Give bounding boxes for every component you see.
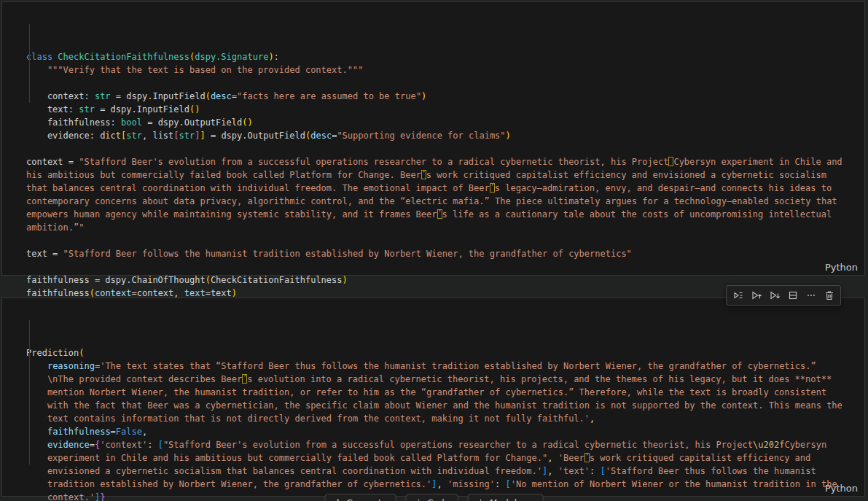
code-line[interactable]	[26, 142, 864, 155]
code-line[interactable]	[26, 234, 864, 247]
code-line[interactable]: \nThe provided context describes Beer’s …	[26, 373, 864, 386]
code-token: dspy.Signature	[195, 52, 268, 62]
execute-below-icon[interactable]	[765, 287, 783, 304]
code-line[interactable]: text = "Stafford Beer follows the humani…	[26, 247, 864, 260]
code-line[interactable]: that balances central coordination with …	[26, 182, 864, 195]
code-line[interactable]: context = "Stafford Beer's evolution fro…	[26, 155, 864, 168]
code-line[interactable]	[26, 260, 864, 273]
code-token: False	[116, 427, 142, 437]
generate-button-label: Generate	[346, 498, 387, 501]
code-token: 'The text states that “Stafford Beer thu…	[100, 361, 816, 371]
code-token: faithfulness:	[26, 117, 121, 128]
code-token: (	[206, 91, 211, 101]
add-markdown-button[interactable]: Markdown	[468, 494, 544, 501]
code-token: that balances central coordination with …	[26, 183, 490, 193]
execute-cell-icon[interactable]	[729, 287, 747, 304]
output-editor[interactable]: Prediction( reasoning='The text states t…	[2, 298, 864, 501]
code-token: :	[274, 52, 279, 62]
ambiguous-quote-highlight-box: ’	[490, 183, 495, 193]
plus-icon	[414, 498, 423, 501]
code-token: CheckCitationFaithfulness	[58, 52, 189, 62]
code-line[interactable]: ambition.”"	[26, 221, 864, 234]
code-token: bool	[121, 117, 142, 128]
code-token: experiment in Chile and his ambitious bu…	[26, 453, 547, 463]
code-token: (	[90, 288, 95, 298]
code-token: """Verify that the text is based on the …	[26, 65, 363, 75]
code-line[interactable]: empowers human agency while maintaining …	[26, 208, 864, 221]
code-line[interactable]	[26, 77, 864, 90]
add-code-button[interactable]: Code	[405, 494, 458, 501]
plus-icon	[477, 498, 485, 501]
generate-button[interactable]: Generate	[324, 494, 396, 501]
code-line[interactable]: with the fact that Beer was a cybernetic…	[26, 399, 864, 412]
code-token: text contains information that is not di…	[26, 413, 590, 424]
code-token: \u202f	[753, 440, 784, 450]
more-actions-icon[interactable]	[802, 287, 820, 304]
code-line[interactable]: evidence: dict[str, list[str]] = dspy.Ou…	[26, 129, 864, 142]
code-token: ,	[547, 466, 558, 476]
code-token: )	[506, 131, 511, 141]
code-token: [	[505, 479, 510, 489]
code-token: desc	[211, 91, 232, 101]
output-cell[interactable]: Prediction( reasoning='The text states t…	[1, 298, 865, 497]
code-line[interactable]: context: str = dspy.InputField(desc="fac…	[26, 90, 864, 103]
code-token: evidence	[47, 440, 90, 450]
code-line[interactable]: faithfulness=False,	[26, 425, 864, 438]
code-line[interactable]: """Verify that the text is based on the …	[26, 63, 864, 77]
code-token: str	[126, 131, 142, 141]
code-token: [	[173, 131, 179, 141]
code-token: =	[90, 440, 95, 450]
code-token: ()	[242, 117, 252, 128]
code-token: s work critiqued capitalist efficiency a…	[426, 170, 826, 180]
code-token: ambition.”"	[26, 222, 84, 233]
code-line[interactable]: reasoning='The text states that “Staffor…	[26, 360, 864, 373]
code-token: Cybersyn	[784, 440, 826, 450]
code-line[interactable]: contemporary concerns about data privacy…	[26, 195, 864, 208]
code-line[interactable]: text: str = dspy.InputField()	[26, 103, 864, 116]
code-token: with the fact that Beer was a cybernetic…	[26, 400, 842, 411]
code-token: s life as a cautionary tale about the co…	[442, 209, 832, 220]
add-markdown-button-label: Markdown	[490, 498, 535, 501]
code-token: )	[232, 288, 237, 298]
code-token: \nThe provided context describes Beer	[26, 374, 242, 384]
code-token: 'Beer	[558, 453, 584, 463]
code-token: s evolution into a radical cybernetic th…	[247, 374, 832, 384]
ambiguous-quote-highlight-box: ’	[437, 209, 442, 219]
code-line[interactable]: his ambitious but commercially failed bo…	[26, 168, 864, 182]
indent-guide	[29, 320, 30, 465]
code-token: :	[147, 440, 157, 450]
code-editor[interactable]: class CheckCitationFaithfulness(dspy.Sig…	[2, 2, 864, 300]
code-token: s work critiqued capitalist efficiency a…	[590, 453, 810, 463]
code-token: = dspy.OutputField	[206, 131, 305, 141]
code-token: Prediction	[26, 348, 79, 358]
code-token: text	[184, 288, 206, 298]
code-line[interactable]: experiment in Chile and his ambitious bu…	[26, 451, 864, 465]
code-cell[interactable]: class CheckCitationFaithfulness(dspy.Sig…	[1, 1, 865, 276]
code-line[interactable]: class CheckCitationFaithfulness(dspy.Sig…	[26, 50, 864, 63]
code-token: ,	[142, 427, 147, 437]
code-line[interactable]: Prediction(	[26, 346, 864, 360]
code-line[interactable]: envisioned a cybernetic socialism that b…	[26, 465, 864, 478]
split-cell-icon[interactable]	[783, 287, 802, 304]
execute-above-icon[interactable]	[747, 287, 765, 304]
delete-cell-icon[interactable]	[820, 287, 838, 304]
cell-language-label[interactable]: Python	[825, 262, 858, 273]
code-token: his ambitious but commercially failed bo…	[26, 170, 421, 180]
code-token: str	[95, 91, 111, 101]
code-line[interactable]: mention Norbert Wiener, the humanist tra…	[26, 386, 864, 399]
code-line[interactable]: text contains information that is not di…	[26, 412, 864, 425]
code-token: reasoning	[47, 361, 95, 371]
code-token: desc	[310, 131, 332, 141]
code-token: 'text'	[558, 466, 590, 476]
code-token: [	[158, 440, 163, 450]
code-token: ]	[200, 131, 205, 141]
code-line[interactable]: evidence={'context': ["Stafford Beer's e…	[26, 438, 864, 451]
code-token: faithfulness = dspy.ChainOfThought	[26, 275, 206, 285]
code-token: context:	[26, 91, 95, 101]
code-token: Cybersyn experiment in Chile and	[673, 157, 842, 167]
cell-toolbar	[726, 285, 841, 306]
code-token: ,	[437, 479, 447, 489]
code-line[interactable]: faithfulness: bool = dspy.OutputField()	[26, 116, 864, 129]
code-line[interactable]: tradition established by Norbert Wiener,…	[26, 478, 864, 491]
cell-language-label[interactable]: Python	[825, 483, 858, 494]
